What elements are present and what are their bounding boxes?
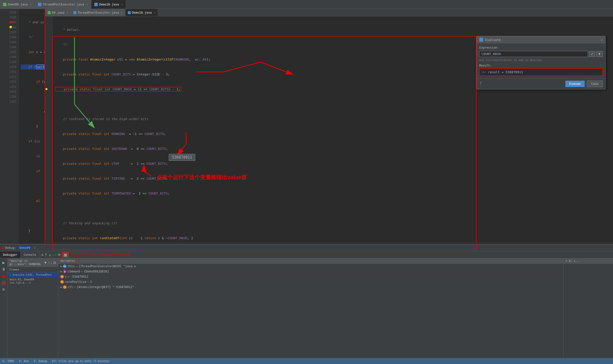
var-c-eq: = xyxy=(68,275,69,278)
var-corepool-value: 2 xyxy=(90,280,92,284)
ln-1339: 1339 xyxy=(0,10,16,15)
frame-1-label: execute:1342, ThreadPool xyxy=(13,273,52,276)
eval-help-icon[interactable]: ? xyxy=(479,81,482,87)
var-command-eq: = xyxy=(81,270,83,273)
tab-demo10-close[interactable]: ✕ xyxy=(121,3,123,6)
inner-ln-9 xyxy=(45,57,51,62)
frame-item-1[interactable]: ✓ execute:1342, ThreadPool xyxy=(7,272,58,277)
frames-panel: "main"@1 in gr...main": RUNNING ▼ ↑ ↓ ⊟ … xyxy=(7,258,58,358)
inner-ln-19 xyxy=(45,107,51,112)
evaluate-btn[interactable]: Evaluate xyxy=(565,81,585,87)
demo10-icon xyxy=(94,3,98,6)
thread-up[interactable]: ↑ xyxy=(48,261,50,265)
var-corepool-eq: = xyxy=(87,280,89,284)
thread-down[interactable]: ↓ xyxy=(51,261,52,265)
ln-1354: 1354 xyxy=(0,84,16,89)
debug-btn-down2[interactable]: ↓ xyxy=(52,253,54,257)
inner-ln-14 xyxy=(45,82,51,87)
ln-1352: 1352 xyxy=(0,74,16,79)
var-c-value: -536870912 xyxy=(70,275,88,278)
stop-icon2[interactable]: ■ xyxy=(2,274,5,278)
tab-demo10[interactable]: Demo10.java ✕ xyxy=(91,0,126,9)
inner-ln-8 xyxy=(45,52,51,57)
eval-close-btn[interactable]: ✕ xyxy=(601,38,603,42)
inner-breakpoint-15 xyxy=(45,88,47,90)
eval-footer: ? Evaluate Close xyxy=(477,78,605,89)
eval-expand-btn[interactable]: ⤢ xyxy=(589,51,595,57)
inner-tab-threadpool-close[interactable]: ✕ xyxy=(121,11,123,14)
tab-threadpool[interactable]: ThreadPoolExecutor.java ✕ xyxy=(35,0,91,9)
evaluate-run-btn[interactable]: ▦ xyxy=(62,252,69,258)
inner-ln-10 xyxy=(45,62,51,67)
console-tab[interactable]: Console xyxy=(21,251,39,258)
eval-expression-label: Expression: xyxy=(479,46,603,49)
inner-tab-09-label: 09.java xyxy=(52,11,65,14)
demo09-icon xyxy=(3,3,6,6)
eval-oo-icon: ∞∘ xyxy=(482,70,486,74)
debug-btn-up[interactable]: ⤒ xyxy=(44,253,47,257)
ln-1343: 1343 xyxy=(0,30,16,35)
debug-icon3[interactable]: 🐞 xyxy=(1,280,6,285)
thread-dropdown[interactable]: ▼ xyxy=(44,261,47,265)
debug-content: ▶ ⏸ ■ 🐞 ≋ "main"@1 in gr...main": RUNNIN… xyxy=(0,258,613,358)
icl-8: private static final int RUNNING = -1 <<… xyxy=(55,132,613,136)
tab-threadpool-close[interactable]: ✕ xyxy=(87,3,88,6)
eval-result-value: result = 536870911 xyxy=(488,70,523,74)
var-ctl-eq: = xyxy=(74,285,76,289)
debug-session-close[interactable]: ✕ xyxy=(34,246,35,250)
inner-ln-2 xyxy=(45,22,51,27)
eval-dropdown-btn[interactable]: ▼ xyxy=(596,51,603,57)
evaluate-header: Evaluate ✕ xyxy=(477,36,605,43)
inner-tab-threadpool-label: ThreadPoolExecutor.java xyxy=(78,11,119,14)
eval-header-left: Evaluate xyxy=(479,38,501,42)
settings-icon[interactable]: ≋ xyxy=(2,287,5,292)
status-todo[interactable]: 6: TODO xyxy=(2,360,14,363)
ln-1349: 1349 xyxy=(0,60,16,65)
inner-ln-15 xyxy=(45,87,51,92)
var-expand-command[interactable]: ▶ xyxy=(60,270,62,273)
eval-icon xyxy=(479,38,483,42)
debug-btn-calc[interactable]: ⟳ xyxy=(58,253,61,257)
ln-1350: 1350 xyxy=(0,65,16,69)
var-icon-this: ∞∘ xyxy=(63,265,67,268)
right-panel: = 0, c... xyxy=(563,258,613,358)
var-icon-ctl: ∘∘ xyxy=(63,285,67,289)
icl-10: private static final int STOP = 1 << COU… xyxy=(55,161,613,166)
inner-tab-threadpool[interactable]: ThreadPoolExecutor.java ✕ xyxy=(71,9,125,16)
pause-icon[interactable]: ⏸ xyxy=(2,267,6,272)
var-this-eq: = xyxy=(76,265,77,268)
inner-tab-demo10[interactable]: Demo10.java ✕ xyxy=(125,9,158,16)
inner-tab-09-close[interactable]: ✕ xyxy=(67,11,68,14)
debug-label: Debug: xyxy=(5,246,16,250)
var-expand-ctl[interactable]: ▶ xyxy=(60,285,62,289)
eval-expression-input[interactable] xyxy=(479,51,588,57)
status-run[interactable]: 4: Run xyxy=(19,360,29,363)
breakpoint-1342 xyxy=(9,26,12,28)
icl-1: * below). xyxy=(55,27,613,32)
inner-tab-demo10-close[interactable]: ✕ xyxy=(154,11,155,14)
debug-btn-down[interactable]: ⤓ xyxy=(48,253,51,257)
var-expand-this[interactable]: ▶ xyxy=(60,265,62,268)
tab-demo09-close[interactable]: ✕ xyxy=(30,3,32,6)
breakpoint-1341 xyxy=(9,21,12,23)
resume-icon[interactable]: ▶ xyxy=(2,260,5,265)
eval-body: Expression: ⤢ ▼ Use Ctrl+Shift+Enter to … xyxy=(477,43,605,78)
status-message: All files are up-to-date (7 minutes xyxy=(52,360,109,363)
debug-btn-up2[interactable]: ↑ xyxy=(55,253,57,257)
frame-2-label: main:41, Demo09 (cn.ljh.a...) xyxy=(9,278,34,284)
eval-result-box: ∞∘ result = 536870911 xyxy=(479,68,603,76)
thread-filter[interactable]: ⊟ xyxy=(53,261,56,265)
inner-tab-09[interactable]: 09.java ✕ xyxy=(45,9,71,16)
debug-btn-list[interactable]: ≡ xyxy=(41,253,43,257)
debugger-tab[interactable]: Debugger xyxy=(0,251,21,258)
right-panel-header: = 0, c... xyxy=(564,258,613,264)
tab-demo09[interactable]: Demo09.java ✕ xyxy=(0,0,35,9)
inner-ln-1 xyxy=(45,17,51,22)
ln-1346: 1346 xyxy=(0,45,16,50)
var-command-value: {Demo09$2@836} xyxy=(84,270,109,273)
stop-icon: ■ xyxy=(2,246,4,250)
close-btn[interactable]: Close xyxy=(587,81,603,87)
frame-item-2[interactable]: main:41, Demo09 (cn.ljh.a...) xyxy=(7,277,58,285)
icl-12: private static final int TERMINATED = 3 … xyxy=(55,191,613,196)
status-debug[interactable]: 5: Debug xyxy=(34,360,47,363)
